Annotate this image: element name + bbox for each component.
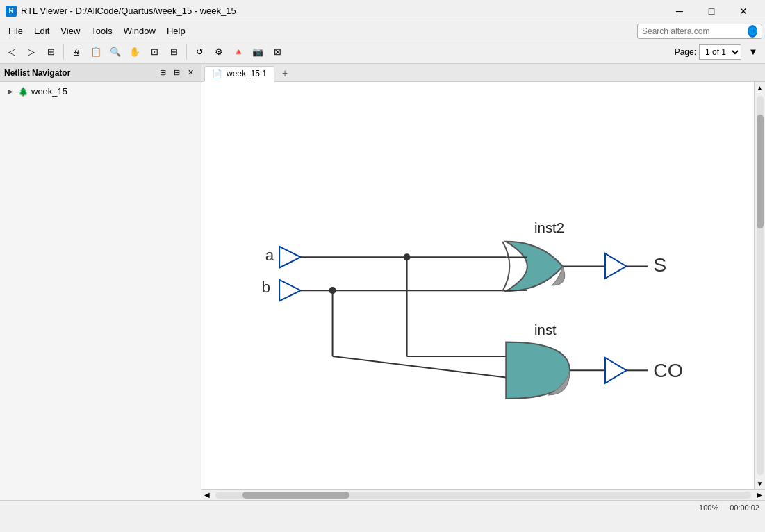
zoom-level: 100%: [699, 504, 718, 512]
horizontal-scrollbar[interactable]: ◀ ▶: [201, 489, 765, 500]
menu-help[interactable]: Help: [161, 24, 191, 38]
vscroll-up-button[interactable]: ▲: [755, 82, 766, 93]
close-button[interactable]: ✕: [727, 0, 759, 22]
menu-tools[interactable]: Tools: [85, 24, 117, 38]
toolbar-separator-1: [63, 44, 64, 60]
back-button[interactable]: ◁: [3, 43, 21, 61]
hscroll-thumb: [242, 492, 349, 499]
sidebar: Netlist Navigator ⊞ ⊟ ✕ ▶ 🌲 week_15: [0, 64, 201, 500]
input-a-label: a: [265, 247, 274, 264]
sidebar-float-button[interactable]: ⊞: [156, 67, 169, 79]
time-display: 00:00:02: [730, 504, 759, 512]
output-co-label: CO: [653, 360, 683, 382]
tree-expand-icon: ▶: [6, 87, 15, 97]
toolbar-separator-2: [186, 44, 187, 60]
app-icon: R: [6, 6, 17, 17]
toolbar: ◁ ▷ ⊞ 🖨 📋 🔍 ✋ ⊡ ⊞ ↺ ⚙ 🔺 📷 ⊠ Page: 1 of 1…: [0, 40, 765, 64]
hscroll-right-button[interactable]: ▶: [754, 490, 765, 501]
svg-marker-20: [605, 358, 627, 383]
globe-icon: 🌐: [748, 25, 757, 38]
input-b-label: b: [262, 279, 270, 296]
vscroll-track: [757, 96, 764, 475]
search-input[interactable]: [642, 26, 746, 36]
sidebar-content: ▶ 🌲 week_15: [0, 82, 201, 500]
sidebar-restore-button[interactable]: ⊟: [170, 67, 183, 79]
minimize-button[interactable]: ─: [664, 0, 696, 22]
refresh-button[interactable]: ↺: [190, 43, 208, 61]
tab-bar: 📄 week_15:1 +: [201, 64, 765, 82]
window-controls: ─ □ ✕: [664, 0, 759, 22]
page-nav: Page: 1 of 1 ▼: [675, 43, 762, 61]
tab-add-button[interactable]: +: [277, 65, 293, 81]
fit-button[interactable]: ⊠: [268, 43, 286, 61]
vertical-scrollbar[interactable]: ▲ ▼: [754, 82, 765, 489]
svg-line-16: [333, 356, 507, 378]
canvas-area[interactable]: a b: [201, 82, 754, 489]
content-wrapper: 📄 week_15:1 + a: [201, 64, 765, 500]
search-box[interactable]: 🌐: [637, 24, 762, 39]
tab-label: week_15:1: [227, 69, 267, 78]
tab-week15[interactable]: 📄 week_15:1: [204, 66, 274, 82]
page-arrow-button[interactable]: ▼: [744, 43, 762, 61]
output-s-label: S: [653, 253, 666, 276]
sidebar-title: Netlist Navigator: [4, 68, 70, 78]
hand-button[interactable]: ✋: [126, 43, 144, 61]
rtl-diagram: a b: [201, 82, 754, 489]
canvas-with-scroll: a b: [201, 82, 765, 489]
tree-item-label: week_15: [31, 86, 67, 97]
title-bar-text: RTL Viewer - D:/AllCode/Quartus/week_15 …: [21, 6, 664, 16]
sidebar-close-button[interactable]: ✕: [184, 67, 197, 79]
menu-view[interactable]: View: [55, 24, 85, 38]
tab-icon: 📄: [212, 69, 222, 78]
vscroll-down-button[interactable]: ▼: [755, 478, 766, 489]
menu-file[interactable]: File: [3, 24, 28, 38]
tree-item-week15[interactable]: ▶ 🌲 week_15: [3, 85, 198, 98]
xor-gate-label: inst2: [534, 220, 564, 235]
page-label: Page:: [675, 47, 696, 57]
tab-and-canvas: 📄 week_15:1 + a: [201, 64, 765, 500]
copy-button[interactable]: 📋: [87, 43, 105, 61]
menu-edit[interactable]: Edit: [28, 24, 55, 38]
tree-item-icon: 🌲: [18, 87, 28, 97]
svg-marker-2: [279, 280, 301, 301]
main-layout: Netlist Navigator ⊞ ⊟ ✕ ▶ 🌲 week_15 📄 we…: [0, 64, 765, 500]
hscroll-track: [215, 492, 751, 499]
status-bar: 100% 00:00:02: [0, 500, 765, 514]
menu-window[interactable]: Window: [118, 24, 161, 38]
home-button[interactable]: ⊞: [42, 43, 60, 61]
title-bar: R RTL Viewer - D:/AllCode/Quartus/week_1…: [0, 0, 765, 22]
page-select[interactable]: 1 of 1: [699, 44, 741, 60]
netlist-button[interactable]: ⊞: [165, 43, 183, 61]
print-button[interactable]: 🖨: [67, 43, 85, 61]
settings-button[interactable]: ⚙: [210, 43, 228, 61]
svg-marker-13: [605, 253, 627, 279]
and-gate-label: inst: [534, 322, 557, 338]
sidebar-header-buttons: ⊞ ⊟ ✕: [156, 67, 197, 79]
hscroll-left-button[interactable]: ◀: [201, 490, 213, 501]
zoom-out-button[interactable]: 📷: [249, 43, 267, 61]
find-button[interactable]: 🔍: [106, 43, 124, 61]
forward-button[interactable]: ▷: [22, 43, 40, 61]
menu-bar: File Edit View Tools Window Help 🌐: [0, 22, 765, 40]
zoom-in-button[interactable]: 🔺: [229, 43, 247, 61]
svg-marker-0: [279, 247, 301, 268]
maximize-button[interactable]: □: [696, 0, 727, 22]
select-button[interactable]: ⊡: [145, 43, 163, 61]
sidebar-header: Netlist Navigator ⊞ ⊟ ✕: [0, 64, 201, 82]
vscroll-thumb: [757, 115, 764, 228]
